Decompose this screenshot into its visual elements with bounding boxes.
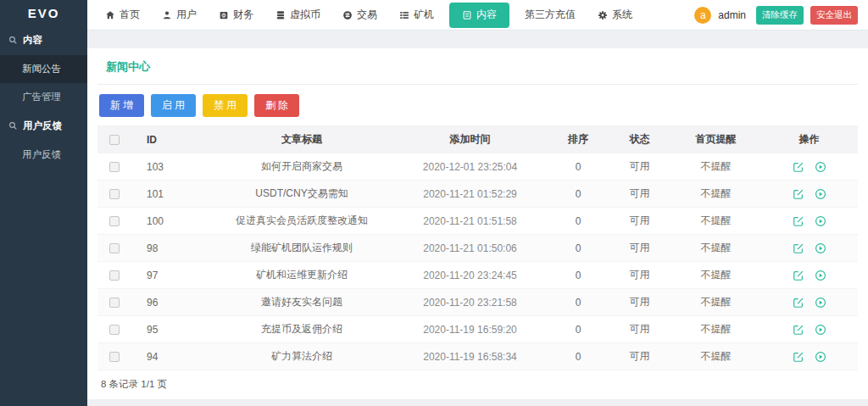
cell-id: 95 [131,316,212,343]
nav-content[interactable]: 内容 [449,3,509,28]
cell-title: 如何开启商家交易 [212,153,392,181]
cell-remind: 不提醒 [671,208,760,235]
nav-crypto[interactable]: 虚拟币 [264,0,331,30]
add-button[interactable]: 新增 [99,94,144,117]
cell-title: 邀请好友实名问题 [212,289,392,316]
main-content: 新闻中心 新增 启用 禁用 删除 ID 文章标题 添加时间 排序 状态 首页提醒… [87,31,868,406]
row-checkbox[interactable] [109,216,120,226]
cell-sort: 0 [548,289,608,316]
nav-miner[interactable]: 矿机 [388,0,445,30]
table-row: 95 充提币及返佣介绍 2020-11-19 16:59:20 0 可用 不提醒 [97,316,858,343]
table-row: 96 邀请好友实名问题 2020-11-20 23:21:58 0 可用 不提醒 [97,289,858,316]
cell-remind: 不提醒 [671,153,760,181]
sidebar-group-content[interactable]: 内容 [0,25,87,55]
sidebar-group-label: 用户反馈 [23,120,62,132]
sidebar-item-news[interactable]: 新闻公告 [0,55,87,83]
cell-sort: 0 [548,316,608,343]
list-icon [399,10,409,20]
edit-icon[interactable] [793,270,804,281]
cell-id: 98 [131,235,212,262]
home-icon [105,10,115,20]
safe-box-icon [219,10,229,20]
avatar[interactable]: a [694,7,711,24]
toolbar: 新增 启用 禁用 删除 [97,85,858,125]
table-row: 98 绿能矿机团队运作规则 2020-11-21 01:50:06 0 可用 不… [97,235,858,262]
edit-icon[interactable] [793,242,804,254]
sidebar-item-feedback[interactable]: 用户反馈 [0,141,87,169]
cell-time: 2020-12-01 23:25:04 [392,153,548,181]
cell-title: 绿能矿机团队运作规则 [212,235,392,262]
cell-remind: 不提醒 [671,289,760,316]
cell-status: 可用 [608,208,671,235]
edit-icon[interactable] [793,297,804,309]
table-row: 103 如何开启商家交易 2020-12-01 23:25:04 0 可用 不提… [97,153,858,181]
select-all-checkbox[interactable] [109,135,120,145]
col-sort: 排序 [548,125,608,153]
cell-sort: 0 [548,208,608,235]
nav-users[interactable]: 用户 [151,0,208,30]
document-icon [462,10,472,20]
play-icon[interactable] [815,297,826,309]
row-checkbox[interactable] [109,270,120,281]
clear-cache-button[interactable]: 清除缓存 [756,6,804,25]
nav-system[interactable]: 系统 [587,0,643,30]
cell-status: 可用 [608,153,671,181]
table-row: 97 矿机和运维更新介绍 2020-11-20 23:24:45 0 可用 不提… [97,262,858,289]
content-panel: 新闻中心 新增 启用 禁用 删除 ID 文章标题 添加时间 排序 状态 首页提醒… [87,48,868,399]
gear-icon [598,10,608,20]
row-checkbox[interactable] [109,189,120,199]
page-title: 新闻中心 [97,48,858,85]
cell-status: 可用 [608,343,671,370]
play-icon[interactable] [815,351,826,363]
nav-trade[interactable]: 交易 [331,0,388,30]
row-checkbox[interactable] [109,352,120,362]
username: admin [718,9,746,21]
cell-id: 101 [131,181,212,208]
play-icon[interactable] [815,324,826,336]
cell-remind: 不提醒 [671,262,760,289]
cell-status: 可用 [608,262,671,289]
table-header-row: ID 文章标题 添加时间 排序 状态 首页提醒 操作 [97,125,858,153]
cell-title: 充提币及返佣介绍 [212,316,392,343]
enable-button[interactable]: 启用 [151,94,196,117]
search-icon [8,121,18,131]
cell-title: 矿机和运维更新介绍 [212,262,392,289]
cell-remind: 不提醒 [671,235,760,262]
cell-time: 2020-11-21 01:50:06 [392,235,548,262]
sidebar-group-feedback[interactable]: 用户反馈 [0,111,87,141]
play-icon[interactable] [815,242,826,254]
row-checkbox[interactable] [109,162,120,172]
play-icon[interactable] [815,161,826,173]
edit-icon[interactable] [793,351,804,363]
row-checkbox[interactable] [109,325,120,335]
cell-id: 103 [131,153,212,181]
edit-icon[interactable] [793,188,804,200]
sidebar: EVO 内容 新闻公告 广告管理 用户反馈 用户反馈 [0,0,87,406]
edit-icon[interactable] [793,161,804,173]
news-table: ID 文章标题 添加时间 排序 状态 首页提醒 操作 103 如何开启商家交易 … [97,125,858,370]
nav-thirdparty-recharge[interactable]: 第三方充值 [514,0,587,30]
row-checkbox[interactable] [109,298,120,308]
cell-time: 2020-11-19 16:59:20 [392,316,548,343]
play-icon[interactable] [815,215,826,227]
edit-icon[interactable] [793,324,804,336]
col-status: 状态 [608,125,671,153]
play-icon[interactable] [815,188,826,200]
play-icon[interactable] [815,270,826,281]
edit-icon[interactable] [793,215,804,227]
disable-button[interactable]: 禁用 [203,94,248,117]
cell-remind: 不提醒 [671,343,760,370]
cell-time: 2020-11-20 23:24:45 [392,262,548,289]
logout-button[interactable]: 安全退出 [810,6,858,25]
search-icon [8,36,18,45]
nav-finance[interactable]: 财务 [208,0,264,30]
delete-button[interactable]: 删除 [254,94,299,117]
row-checkbox[interactable] [109,243,120,253]
table-row: 101 USDT/CNY交易需知 2020-11-21 01:52:29 0 可… [97,181,858,208]
sidebar-item-ads[interactable]: 广告管理 [0,83,87,111]
cell-sort: 0 [548,343,608,370]
nav-home[interactable]: 首页 [94,0,151,30]
col-time: 添加时间 [392,125,548,153]
cell-status: 可用 [608,289,671,316]
cell-status: 可用 [608,181,671,208]
